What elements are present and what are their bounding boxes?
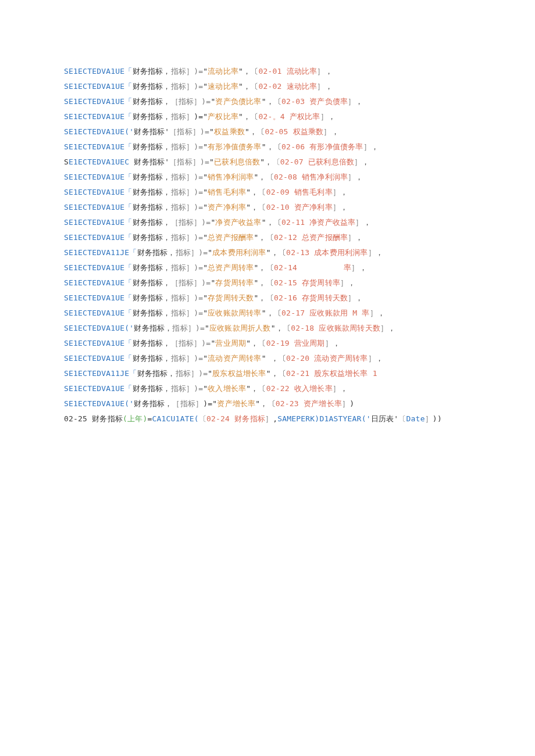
code-token: 财务指标， (133, 112, 171, 121)
code-token: ］ (317, 82, 324, 91)
code-token: 财务指标， (133, 293, 171, 302)
code-token: ］ (380, 324, 388, 332)
code-token: 指标］)= (171, 293, 204, 302)
code-token: "，〔 (254, 233, 273, 242)
code-token: SE1ECTEDVA11JE「 (64, 248, 137, 257)
code-token: ， (388, 324, 395, 332)
code-line: SE1ECTEDVA1UE「财务指标，指标］)="有形净值债务率"，〔02-06… (64, 139, 471, 155)
code-token: ， (331, 127, 339, 136)
code-token: 02-25 财务指标 (64, 414, 123, 423)
code-token: ， (355, 97, 363, 106)
code-token: ， (333, 339, 340, 347)
code-token: ］ (363, 142, 371, 151)
dax-code-listing: SE1ECTEDVA1UE「财务指标，指标］)="流动比率"，〔02-01 流动… (64, 64, 471, 427)
code-token: 销售毛利率 (208, 188, 246, 196)
code-token: SE1ECTEDVA1UE「 (64, 173, 133, 181)
code-token: 应收账款周转率 (208, 309, 261, 317)
code-token: 权益乘数 (214, 127, 245, 136)
code-token: 速动比率 (208, 82, 238, 91)
code-token: ］ (333, 384, 340, 393)
code-token: )=" (194, 112, 208, 121)
code-token: 02-01 流动比率 (258, 67, 317, 76)
code-token: SE1ECTEDVA1UE「 (64, 188, 133, 196)
code-token: 财务指标， (133, 233, 171, 242)
code-token: ］ (348, 173, 355, 181)
code-token: SE1ECTEDVA1UE「 (64, 218, 133, 227)
code-token: ］ (317, 67, 324, 76)
code-token: 02-05 权益乘数 (265, 127, 323, 136)
code-token: ］ (351, 263, 359, 272)
code-token: 〔 (398, 414, 406, 423)
code-token: 股东权益增长率 (212, 369, 266, 378)
code-token: "， (260, 157, 272, 166)
code-token: )) (433, 414, 442, 423)
code-line: SE1ECTEDVA11JE「财务指标，指标］)="成本费用利润率"，〔02-1… (64, 245, 471, 260)
code-token: 指标］)= (176, 248, 208, 257)
code-token: Date (406, 414, 425, 423)
code-token: SE1ECTEDVA1UE「 (64, 112, 133, 121)
code-token: 02-15 存货周转率 (274, 278, 340, 287)
code-token: 财务指标， (133, 354, 171, 363)
code-token: ， (359, 263, 367, 272)
code-token: SAMEPERK)D1ASTYEAR(' (277, 414, 371, 423)
code-token: ］ (355, 218, 363, 227)
code-token: 指标］)= (171, 354, 204, 363)
code-line: SE1ECTEDVA1UE('财务指标，［指标］)="资产增长率"，〔02-23… (64, 396, 471, 411)
code-token: ， (363, 218, 371, 227)
code-token: ］ (265, 414, 273, 423)
code-line: SE1ECTEDVA1UE「财务指标，指标］)="资产净利率"，〔02-10 资… (64, 200, 471, 215)
code-line: SE1ECTEDVA1UE「财务指标，指标］)="速动比率"，〔02-02 速动… (64, 79, 471, 94)
code-line: SE1ECTEDVA1UE「财务指标，［指标］)="营业周期"，〔02-19 营… (64, 336, 471, 351)
code-token: 指标］)= (171, 67, 204, 76)
code-token: "，〔 (266, 248, 286, 257)
code-token: ］ (323, 127, 331, 136)
code-token: 流动比率 (208, 67, 238, 76)
code-token: 财务指标' (134, 127, 169, 136)
code-token: CA1CU1ATE( (152, 414, 198, 423)
code-token: 02-20 流动资产周转率 (286, 354, 368, 363)
code-token: ， (325, 82, 333, 91)
code-token: ， (376, 354, 383, 363)
code-token: 指标］)= (171, 263, 204, 272)
code-token: SE1ECTEDVA1UE「 (64, 309, 133, 317)
code-token: E1ECTEDVA1UEC (69, 157, 134, 166)
code-line: SE1ECTEDVA1UE「财务指标，指标］)="应收账款周转率"，〔02-17… (64, 306, 471, 321)
code-line: SE1ECTEDVA1UE「财务指标，指标］)="流动比率"，〔02-01 流动… (64, 64, 471, 79)
code-token: ， (362, 157, 369, 166)
code-line: SE1ECTEDVA11JE「财务指标，指标］)="股东权益增长率"，〔02-2… (64, 366, 471, 381)
code-token: 指标］)= (171, 203, 204, 212)
code-token: 产权比率 (208, 112, 238, 121)
code-token: ， (355, 173, 363, 181)
code-token: 02-12 总资产报酬率 (274, 233, 348, 242)
code-token: 资产净利率 (208, 203, 246, 212)
code-line: SE1ECTEDVA1UEC 财务指标'［指标］)="已获利息倍数"，〔02-0… (64, 155, 471, 170)
code-token: "，〔 (238, 112, 258, 121)
code-token: 指标］)= (176, 369, 208, 378)
code-token: " (209, 157, 214, 166)
code-token: 02-09 销售毛利率 (266, 188, 333, 196)
code-token: 财务指标' (134, 157, 169, 166)
code-token: S (64, 157, 69, 166)
code-token: SE1ECTEDVA1UE(' (64, 324, 134, 332)
code-line: SE1ECTEDVA1UE('财务指标，指标］)="应收账款周折人数"，〔02-… (64, 321, 471, 336)
code-token: ， (371, 142, 379, 151)
code-line: SE1ECTEDVA1UE「财务指标，指标］)="销售净利润率"，〔02-08 … (64, 170, 471, 185)
code-token: ［指标］)= (171, 218, 211, 227)
code-token: 财务指标， (133, 82, 171, 91)
code-token: "，〔 (254, 263, 273, 272)
code-token: 02-03 资产负债率 (281, 97, 348, 106)
code-token: 02-18 应收账款周转天数 (291, 324, 380, 332)
code-token: ］ (340, 278, 348, 287)
code-token: 02-23 资产增长率 (276, 399, 342, 408)
code-token: 资产负债比率 (215, 97, 261, 106)
code-token: ［指标］)= (169, 157, 209, 166)
code-token: 财务指标， (137, 248, 176, 257)
code-token: 02-21 股东权益增长率 1 (286, 369, 377, 378)
code-token: 有形净值债务率 (208, 142, 261, 151)
code-token: "，〔 (246, 188, 266, 196)
code-token: SE1ECTEDVA1UE「 (64, 293, 133, 302)
code-token: 02-13 成本费用利涧率 (286, 248, 368, 257)
code-token: 指标］)= (172, 324, 205, 332)
code-token: 指标］)= (171, 384, 204, 393)
code-token: "，〔 (254, 173, 273, 181)
